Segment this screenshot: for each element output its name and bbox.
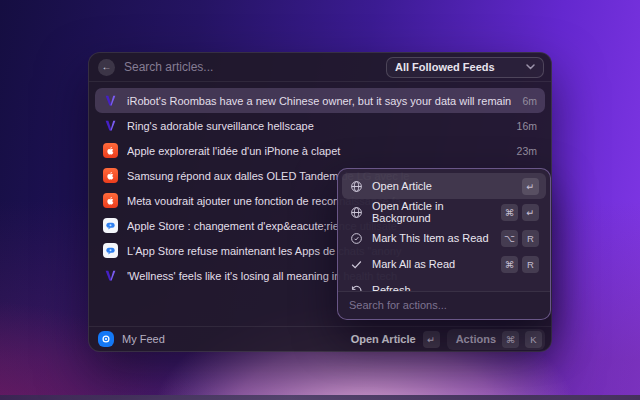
menu-item-refresh[interactable]: Refresh <box>342 277 546 291</box>
globe-icon <box>349 179 363 193</box>
apple-news-icon <box>103 143 118 158</box>
menu-item-label: Mark All as Read <box>372 258 492 270</box>
actions-button[interactable]: Actions ⌘ K <box>447 329 545 350</box>
menu-item-label: Mark This Item as Read <box>372 232 492 244</box>
refresh-icon <box>349 283 363 291</box>
menu-item-mark-all-read[interactable]: Mark All as Read ⌘ R <box>342 251 546 277</box>
the-verge-icon <box>103 93 118 108</box>
menu-item-open-article-background[interactable]: Open Article in Background ⌘ ↵ <box>342 199 546 225</box>
check-icon <box>349 257 363 271</box>
return-key-badge: ↵ <box>522 178 539 195</box>
feed-filter-dropdown[interactable]: All Followed Feeds <box>386 57 544 78</box>
article-row[interactable]: iRobot's Roombas have a new Chinese owne… <box>95 88 545 113</box>
actions-context-menu: Open Article ↵ Open Article in Backgroun… <box>337 168 551 320</box>
command-key-badge: ⌘ <box>502 331 519 348</box>
macg-icon <box>103 243 118 258</box>
k-key-badge: K <box>525 331 542 348</box>
palette-footer: My Feed Open Article ↵ Actions ⌘ K <box>89 326 551 351</box>
menu-item-label: Refresh <box>372 284 539 291</box>
command-key-badge: ⌘ <box>501 204 518 221</box>
globe-icon <box>349 205 363 219</box>
apple-news-icon <box>103 168 118 183</box>
back-arrow-icon: ← <box>102 62 112 72</box>
article-title: iRobot's Roombas have a new Chinese owne… <box>127 95 513 107</box>
the-verge-icon <box>103 118 118 133</box>
desktop-bottom-strip <box>0 395 640 400</box>
article-title: Ring's adorable surveillance hellscape <box>127 120 508 132</box>
current-feed-label: My Feed <box>122 333 165 345</box>
folo-app-icon <box>98 331 114 347</box>
menu-item-label: Open Article in Background <box>372 200 492 224</box>
option-key-badge: ⌥ <box>501 230 518 247</box>
menu-item-mark-item-read[interactable]: Mark This Item as Read ⌥ R <box>342 225 546 251</box>
r-key-badge: R <box>522 256 539 273</box>
actions-search-input[interactable]: Search for actions... <box>338 291 550 319</box>
article-time: 16m <box>517 120 537 132</box>
menu-item-label: Open Article <box>372 180 513 192</box>
macg-icon <box>103 218 118 233</box>
return-key-badge: ↵ <box>423 331 440 348</box>
article-row[interactable]: Apple explorerait l'idée d'un iPhone à c… <box>95 138 545 163</box>
article-time: 23m <box>517 145 537 157</box>
the-verge-icon <box>103 268 118 283</box>
feed-filter-value: All Followed Feeds <box>395 61 495 73</box>
article-title: Apple explorerait l'idée d'un iPhone à c… <box>127 145 508 157</box>
command-key-badge: ⌘ <box>501 256 518 273</box>
context-menu-list: Open Article ↵ Open Article in Backgroun… <box>338 169 550 291</box>
r-key-badge: R <box>522 230 539 247</box>
open-article-action[interactable]: Open Article <box>351 333 416 345</box>
article-row[interactable]: Ring's adorable surveillance hellscape 1… <box>95 113 545 138</box>
menu-item-open-article[interactable]: Open Article ↵ <box>342 173 546 199</box>
apple-news-icon <box>103 193 118 208</box>
article-time: 6m <box>522 95 537 107</box>
return-key-badge: ↵ <box>522 204 539 221</box>
back-button[interactable]: ← <box>98 59 115 76</box>
palette-header: ← Search articles... All Followed Feeds <box>89 53 551 82</box>
actions-label: Actions <box>456 333 496 345</box>
circle-check-icon <box>349 231 363 245</box>
search-articles-input[interactable]: Search articles... <box>124 60 213 74</box>
chevron-down-icon <box>526 63 535 72</box>
